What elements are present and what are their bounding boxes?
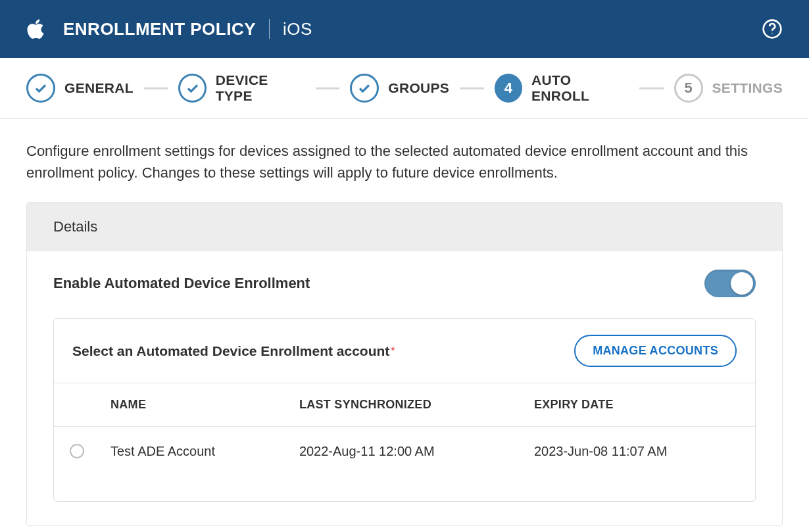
page-header: ENROLLMENT POLICY iOS xyxy=(0,0,809,58)
enable-ade-toggle[interactable] xyxy=(704,270,756,297)
step-label: GROUPS xyxy=(388,80,449,96)
check-icon xyxy=(33,80,49,96)
cell-last-sync: 2022-Aug-11 12:00 AM xyxy=(289,427,524,502)
details-panel: Details Enable Automated Device Enrollme… xyxy=(26,202,783,526)
ade-select-label: Select an Automated Device Enrollment ac… xyxy=(72,343,389,359)
step-label: DEVICE TYPE xyxy=(216,72,305,104)
manage-accounts-button[interactable]: MANAGE ACCOUNTS xyxy=(574,335,737,367)
wizard-stepper: GENERAL DEVICE TYPE GROUPS 4 AUTO ENROLL… xyxy=(0,58,809,119)
panel-title: Details xyxy=(27,203,782,251)
page-title: ENROLLMENT POLICY xyxy=(63,19,256,39)
ade-accounts-table: NAME LAST SYNCHRONIZED EXPIRY DATE Test … xyxy=(54,383,755,501)
step-circle-active: 4 xyxy=(495,74,522,103)
enable-ade-label: Enable Automated Device Enrollment xyxy=(53,275,704,292)
step-settings[interactable]: 5 SETTINGS xyxy=(674,74,783,103)
step-connector xyxy=(460,87,484,89)
table-row[interactable]: Test ADE Account 2022-Aug-11 12:00 AM 20… xyxy=(54,427,755,502)
table-header-row: NAME LAST SYNCHRONIZED EXPIRY DATE xyxy=(54,383,755,427)
enable-ade-row: Enable Automated Device Enrollment xyxy=(27,251,782,310)
step-device-type[interactable]: DEVICE TYPE xyxy=(178,72,305,104)
step-label: AUTO ENROLL xyxy=(531,72,629,104)
step-general[interactable]: GENERAL xyxy=(26,74,134,103)
col-radio xyxy=(54,383,100,427)
intro-text: Configure enrollment settings for device… xyxy=(0,119,809,202)
content-scroll[interactable]: Configure enrollment settings for device… xyxy=(0,119,809,532)
cell-name: Test ADE Account xyxy=(100,427,289,502)
step-label: GENERAL xyxy=(64,80,134,96)
step-groups[interactable]: GROUPS xyxy=(350,74,449,103)
svg-point-1 xyxy=(772,34,773,35)
account-radio[interactable] xyxy=(70,444,84,458)
step-circle-done xyxy=(178,74,206,103)
step-auto-enroll[interactable]: 4 AUTO ENROLL xyxy=(495,72,629,104)
check-icon xyxy=(185,80,201,96)
step-circle-done xyxy=(350,74,379,103)
step-circle-done xyxy=(26,74,55,103)
check-icon xyxy=(356,80,372,96)
step-label: SETTINGS xyxy=(712,80,783,96)
step-connector xyxy=(316,87,340,89)
header-divider xyxy=(269,19,270,39)
required-mark: * xyxy=(391,345,395,357)
page-subtitle: iOS xyxy=(283,19,312,39)
apple-icon xyxy=(26,18,45,40)
col-last-sync: LAST SYNCHRONIZED xyxy=(289,383,524,427)
step-circle-pending: 5 xyxy=(674,74,703,103)
ade-account-section: Select an Automated Device Enrollment ac… xyxy=(53,318,756,502)
help-icon[interactable] xyxy=(762,18,783,39)
col-name: NAME xyxy=(100,383,289,427)
step-connector xyxy=(639,87,664,89)
toggle-knob xyxy=(731,272,753,295)
ade-section-header: Select an Automated Device Enrollment ac… xyxy=(54,319,755,383)
step-number: 5 xyxy=(684,80,692,97)
col-expiry: EXPIRY DATE xyxy=(524,383,755,427)
step-number: 4 xyxy=(504,80,512,97)
cell-expiry: 2023-Jun-08 11:07 AM xyxy=(524,427,755,502)
step-connector xyxy=(144,87,168,89)
